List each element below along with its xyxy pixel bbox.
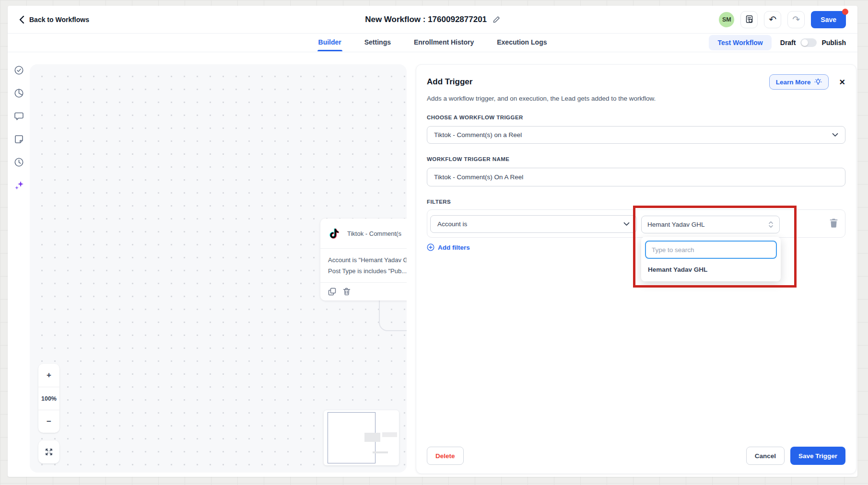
node-filter-line-1: Account is "Hemant Yadav G: [328, 254, 407, 266]
save-button[interactable]: Save: [811, 11, 846, 28]
workflow-versions-button[interactable]: [740, 11, 758, 28]
fit-view-button[interactable]: [38, 440, 59, 463]
filter-account-value: Hemant Yadav GHL: [647, 221, 705, 228]
back-label: Back to Workflows: [29, 16, 89, 23]
expand-icon: [45, 448, 53, 456]
delete-node-icon[interactable]: [343, 288, 351, 296]
ai-sparkles-icon[interactable]: [14, 180, 24, 190]
zoom-in-button[interactable]: +: [38, 364, 59, 387]
workflow-title-text: New Workflow : 1760092877201: [365, 15, 487, 24]
back-to-workflows-button[interactable]: Back to Workflows: [19, 16, 89, 23]
trigger-type-value: Tiktok - Comment(s) on a Reel: [434, 131, 522, 139]
redo-button[interactable]: ↷: [787, 11, 805, 28]
publish-label: Publish: [821, 39, 846, 46]
tab-builder[interactable]: Builder: [317, 34, 342, 51]
panel-title: Add Trigger: [427, 77, 472, 87]
tiktok-icon: [328, 227, 340, 240]
plus-circle-icon: [427, 243, 434, 251]
redo-icon: ↷: [792, 14, 800, 25]
avatar[interactable]: SM: [719, 12, 734, 27]
back-chevron-icon: [19, 16, 24, 23]
header: Back to Workflows New Workflow : 1760092…: [8, 6, 857, 34]
tab-bar: Builder Settings Enrollment History Exec…: [8, 34, 857, 52]
add-filters-label: Add filters: [438, 244, 470, 251]
trigger-node[interactable]: Tiktok - Comment(s Account is "Hemant Ya…: [320, 219, 407, 300]
avatar-initials: SM: [722, 16, 731, 23]
minimap-node-block-2: [382, 432, 397, 437]
minimap-node-bar: [373, 451, 388, 453]
save-label: Save: [821, 16, 836, 23]
add-filters-button[interactable]: Add filters: [427, 243, 470, 251]
toggle-knob: [801, 39, 808, 46]
test-workflow-button[interactable]: Test Workflow: [709, 35, 771, 50]
chevron-down-icon: [832, 133, 838, 137]
edit-title-icon[interactable]: [493, 16, 500, 23]
left-icon-rail: [8, 65, 30, 190]
filter-row: Account is Hemant Yadav GHL Hem: [427, 209, 845, 238]
account-option[interactable]: Hemant Yadav GHL: [645, 259, 777, 281]
trigger-name-input[interactable]: [427, 168, 845, 186]
publish-toggle[interactable]: [800, 38, 817, 47]
minimap[interactable]: [324, 410, 399, 465]
undo-button[interactable]: ↶: [764, 11, 781, 28]
trigger-name-label: WORKFLOW TRIGGER NAME: [427, 156, 845, 162]
app-window: Back to Workflows New Workflow : 1760092…: [8, 6, 857, 477]
zoom-level: 100%: [38, 387, 59, 410]
delete-button[interactable]: Delete: [427, 447, 464, 465]
filters-label: FILTERS: [427, 199, 845, 205]
learn-more-button[interactable]: Learn More: [769, 74, 829, 90]
save-trigger-button[interactable]: Save Trigger: [790, 447, 845, 465]
node-filter-line-2: Post Type is includes "Pub...: [328, 266, 407, 277]
filter-field-select[interactable]: Account is: [430, 215, 637, 233]
workflow-canvas[interactable]: Tiktok - Comment(s Account is "Hemant Ya…: [30, 64, 407, 473]
stats-check-icon[interactable]: [14, 65, 24, 75]
tab-settings[interactable]: Settings: [364, 34, 392, 51]
minimap-node-block: [364, 433, 380, 442]
filter-field-value: Account is: [437, 220, 467, 228]
account-dropdown: Hemant Yadav GHL: [641, 237, 781, 281]
account-search-input[interactable]: [645, 241, 777, 259]
tab-enrollment-history[interactable]: Enrollment History: [413, 34, 475, 51]
pie-chart-icon[interactable]: [14, 88, 24, 98]
learn-more-label: Learn More: [776, 79, 811, 86]
chevron-updown-icon: [768, 221, 774, 228]
duplicate-node-icon[interactable]: [328, 288, 336, 296]
cancel-button[interactable]: Cancel: [746, 447, 785, 465]
lightbulb-icon: [814, 78, 822, 86]
chevron-down-icon: [623, 222, 630, 226]
add-trigger-panel: Add Trigger Learn More ✕ Adds a wo: [416, 64, 856, 474]
comments-icon[interactable]: [14, 111, 24, 121]
draft-label: Draft: [780, 39, 796, 46]
main-area: Tiktok - Comment(s Account is "Hemant Ya…: [8, 53, 857, 477]
filter-account-combobox[interactable]: Hemant Yadav GHL: [641, 216, 780, 233]
tab-execution-logs[interactable]: Execution Logs: [496, 34, 548, 51]
choose-trigger-label: CHOOSE A WORKFLOW TRIGGER: [427, 115, 845, 120]
panel-footer: Delete Cancel Save Trigger: [427, 447, 845, 465]
panel-description: Adds a workflow trigger, and on executio…: [427, 95, 845, 102]
zoom-out-button[interactable]: −: [38, 410, 59, 433]
remove-filter-icon[interactable]: [829, 218, 838, 228]
notes-icon[interactable]: [14, 134, 24, 144]
undo-icon: ↶: [769, 14, 776, 25]
history-clock-icon[interactable]: [14, 157, 24, 167]
unsaved-changes-dot: [842, 9, 848, 15]
node-title: Tiktok - Comment(s: [347, 230, 401, 237]
close-panel-icon[interactable]: ✕: [839, 78, 845, 87]
trigger-type-select[interactable]: Tiktok - Comment(s) on a Reel: [427, 126, 845, 144]
zoom-controls: + 100% −: [38, 364, 59, 433]
document-history-icon: [745, 15, 754, 24]
